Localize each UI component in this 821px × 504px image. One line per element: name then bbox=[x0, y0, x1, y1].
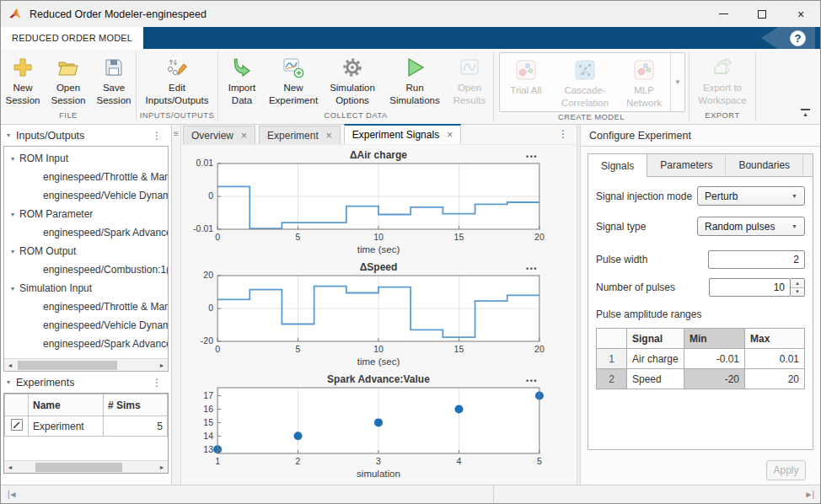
number-of-pulses-input[interactable] bbox=[709, 278, 791, 297]
minimize-button[interactable] bbox=[704, 1, 743, 27]
title-bar: Reduced Order Modeler-enginespeed × bbox=[1, 1, 820, 27]
tab-experiment-signals[interactable]: Experiment Signals × bbox=[344, 124, 461, 144]
document-bar-menu-button[interactable]: ⋮ bbox=[558, 128, 568, 140]
tree-expander-icon[interactable]: ▾ bbox=[11, 285, 14, 292]
cascade-correlation-button[interactable]: Cascade-Correlation bbox=[552, 53, 618, 111]
amp-col-max[interactable]: Max bbox=[745, 329, 805, 349]
speed-plot: 05101520-20020ΔSpeedtime (sec) bbox=[181, 262, 577, 372]
amp-signal-cell[interactable]: Air charge bbox=[627, 349, 684, 369]
tree-expander-icon[interactable]: ▾ bbox=[11, 155, 14, 163]
chart-options-button[interactable]: ••• bbox=[526, 265, 538, 273]
tree-item[interactable]: ▾ROM Parameter bbox=[4, 205, 168, 223]
open-session-button[interactable]: Open Session bbox=[45, 52, 92, 109]
table-row[interactable]: Experiment 5 bbox=[5, 416, 168, 437]
collapse-section-icon[interactable]: ▾ bbox=[7, 131, 10, 139]
close-tab-icon[interactable]: × bbox=[447, 129, 453, 141]
save-session-button[interactable]: Save Session bbox=[92, 52, 136, 109]
simulation-options-button[interactable]: Simulation Options bbox=[321, 52, 384, 109]
svg-text:15: 15 bbox=[203, 417, 213, 427]
tree-item[interactable]: enginespeed/Combustion:1(T bbox=[4, 260, 168, 279]
amp-col-signal[interactable]: Signal bbox=[627, 329, 684, 349]
group-collect-data: Import Data New Experiment bbox=[218, 49, 493, 124]
experiments-col-sims[interactable]: # Sims bbox=[104, 394, 168, 416]
experiment-name-cell[interactable]: Experiment bbox=[29, 416, 104, 437]
amp-max-cell[interactable]: 0.01 bbox=[745, 349, 805, 369]
tab-reduced-order-model[interactable]: REDUCED ORDER MODEL bbox=[1, 27, 143, 49]
tree-item[interactable]: ▾Simulation Input bbox=[4, 279, 168, 298]
spin-up-icon[interactable]: ▲ bbox=[791, 279, 804, 288]
tree-item[interactable]: enginespeed/Spark Advance: bbox=[4, 223, 168, 242]
configure-tabs: Signals Parameters Boundaries bbox=[588, 154, 813, 177]
experiments-header[interactable]: ▾ Experiments ⋮ bbox=[1, 372, 171, 393]
pulse-width-input[interactable] bbox=[708, 250, 805, 269]
tree-item[interactable]: enginespeed/Spark Advance: bbox=[4, 335, 168, 353]
import-data-button[interactable]: Import Data bbox=[218, 52, 266, 109]
edit-inputs-outputs-button[interactable]: Edit Inputs/Outputs bbox=[137, 52, 217, 109]
tab-parameters[interactable]: Parameters bbox=[647, 154, 726, 176]
tree-item[interactable]: enginespeed/Vehicle Dynami bbox=[4, 186, 168, 205]
scroll-right-icon[interactable]: ► bbox=[156, 464, 168, 470]
edit-experiment-cell[interactable] bbox=[5, 416, 29, 437]
collapse-section-icon[interactable]: ▾ bbox=[7, 378, 10, 386]
chart-options-button[interactable]: ••• bbox=[526, 153, 538, 161]
maximize-button[interactable] bbox=[743, 1, 781, 27]
scrollbar-thumb[interactable] bbox=[18, 361, 117, 370]
splitter-grip-icon[interactable]: ≡ bbox=[174, 130, 179, 138]
amp-max-cell[interactable]: 20 bbox=[745, 369, 805, 389]
help-chevron: ? bbox=[761, 27, 815, 49]
inputs-outputs-header[interactable]: ▾ Inputs/Outputs ⋮ bbox=[1, 125, 171, 146]
experiments-horizontal-scrollbar[interactable]: ◄ ► bbox=[4, 460, 168, 473]
tab-overview[interactable]: Overview × bbox=[183, 126, 255, 144]
pulse-amplitude-table: Signal Min Max 1 Air charge -0.01 0.01 2 bbox=[596, 328, 805, 389]
new-session-button[interactable]: New Session bbox=[1, 52, 45, 109]
tree-item[interactable]: enginespeed/Vehicle Dynami bbox=[4, 316, 168, 335]
svg-text:16: 16 bbox=[203, 404, 213, 414]
close-tab-icon[interactable]: × bbox=[326, 130, 332, 142]
experiments-col-name[interactable]: Name bbox=[29, 394, 104, 416]
chart-options-button[interactable]: ••• bbox=[526, 377, 538, 385]
tree-item[interactable]: enginespeed/Throttle & Manif bbox=[4, 298, 168, 316]
close-button[interactable]: × bbox=[781, 1, 820, 27]
experiment-sims-cell[interactable]: 5 bbox=[104, 416, 168, 437]
scroll-left-icon[interactable]: ◄ bbox=[4, 362, 16, 368]
tree-item[interactable]: ▾ROM Output bbox=[4, 242, 168, 260]
experiments-menu-button[interactable]: ⋮ bbox=[148, 377, 165, 389]
scroll-left-icon[interactable]: ◄ bbox=[4, 464, 16, 470]
help-button[interactable]: ? bbox=[790, 30, 806, 46]
scroll-right-icon[interactable]: ► bbox=[156, 362, 168, 368]
signal-type-label: Signal type bbox=[596, 221, 646, 233]
amp-min-cell[interactable]: -0.01 bbox=[684, 349, 745, 369]
spin-down-icon[interactable]: ▼ bbox=[791, 288, 804, 297]
inputs-outputs-menu-button[interactable]: ⋮ bbox=[148, 130, 165, 142]
run-simulations-button[interactable]: Run Simulations bbox=[384, 52, 446, 109]
apply-button[interactable]: Apply bbox=[766, 460, 806, 480]
collapse-panel-right-button[interactable]: ►| bbox=[805, 490, 814, 499]
new-experiment-button[interactable]: New Experiment bbox=[266, 52, 321, 109]
signal-type-select[interactable]: Random pulses ▼ bbox=[697, 217, 805, 236]
tree-item[interactable]: ▾ROM Input bbox=[4, 149, 168, 168]
svg-text:15: 15 bbox=[454, 344, 464, 354]
tree-item[interactable]: enginespeed/Throttle & Manif bbox=[4, 168, 168, 186]
close-tab-icon[interactable]: × bbox=[241, 130, 247, 142]
left-panel: ▾ Inputs/Outputs ⋮ ▾ROM Input enginespee… bbox=[1, 125, 172, 485]
open-results-button[interactable]: Open Results bbox=[446, 52, 493, 109]
left-splitter[interactable]: ≡ bbox=[172, 125, 181, 485]
collapse-panel-left-button[interactable]: |◄ bbox=[8, 490, 17, 499]
collapse-toolstrip-button[interactable]: ▲ bbox=[801, 109, 810, 117]
amp-min-cell[interactable]: -20 bbox=[684, 369, 745, 389]
tree-expander-icon[interactable]: ▾ bbox=[11, 211, 14, 218]
amp-signal-cell[interactable]: Speed bbox=[627, 369, 684, 389]
tree-expander-icon[interactable]: ▾ bbox=[11, 248, 14, 255]
tree-horizontal-scrollbar[interactable]: ◄ ► bbox=[4, 358, 168, 371]
amp-col-min[interactable]: Min bbox=[684, 329, 745, 349]
gallery-dropdown-button[interactable]: ▼ bbox=[670, 53, 684, 111]
tab-boundaries[interactable]: Boundaries bbox=[726, 154, 803, 176]
export-to-workspace-button[interactable]: Export to Workspace bbox=[690, 52, 755, 109]
svg-text:5: 5 bbox=[296, 344, 301, 354]
tab-experiment[interactable]: Experiment × bbox=[259, 126, 341, 144]
signal-injection-mode-select[interactable]: Perturb ▼ bbox=[697, 186, 805, 206]
scrollbar-thumb[interactable] bbox=[35, 463, 122, 472]
mlp-network-button[interactable]: MLP Network bbox=[618, 53, 670, 111]
trial-all-button[interactable]: Trial All bbox=[500, 53, 552, 111]
tab-signals[interactable]: Signals bbox=[588, 154, 647, 177]
